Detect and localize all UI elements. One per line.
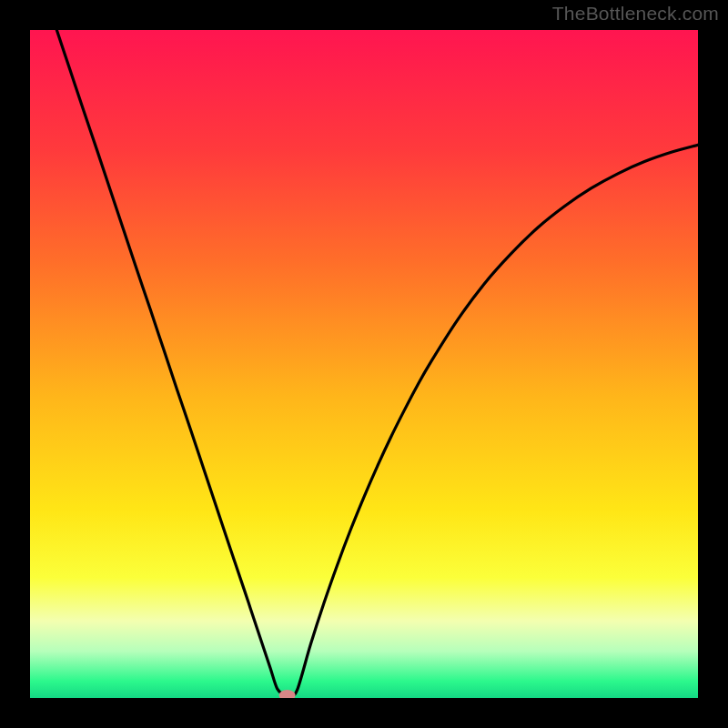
plot-area bbox=[30, 30, 698, 698]
bottleneck-curve bbox=[56, 30, 698, 695]
chart-frame: TheBottleneck.com bbox=[0, 0, 728, 728]
attribution-text: TheBottleneck.com bbox=[552, 3, 719, 25]
bottleneck-max-marker bbox=[279, 690, 296, 698]
bottleneck-curve-svg bbox=[30, 30, 698, 698]
